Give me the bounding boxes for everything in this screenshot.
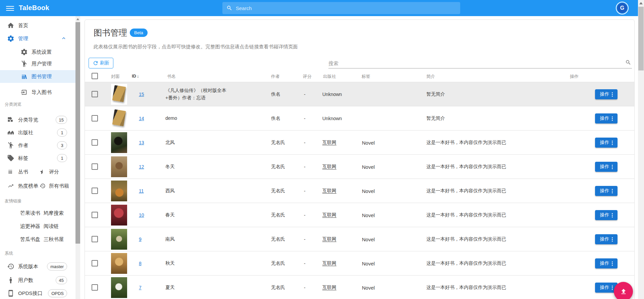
book-cover-thumbnail[interactable]: [111, 132, 127, 153]
friend-link[interactable]: 追更神器: [20, 223, 40, 230]
book-tag[interactable]: Novel: [362, 203, 375, 227]
window-scrollbar[interactable]: [638, 0, 644, 299]
book-author[interactable]: 无名氏: [271, 251, 285, 276]
friend-link[interactable]: 芒果读书: [20, 210, 40, 216]
select-all-checkbox[interactable]: [92, 73, 98, 79]
trending-up-icon[interactable]: [7, 182, 15, 190]
col-header-rating[interactable]: 评分: [303, 73, 312, 80]
search-icon[interactable]: [625, 59, 631, 67]
book-rating[interactable]: -: [304, 203, 306, 227]
book-id-link[interactable]: 12: [139, 164, 144, 169]
book-author[interactable]: 无名氏: [271, 203, 285, 227]
book-rating[interactable]: -: [304, 179, 306, 203]
book-tag[interactable]: Novel: [362, 155, 375, 179]
book-tag[interactable]: Novel: [362, 251, 375, 276]
book-tag[interactable]: Novel: [362, 179, 375, 203]
book-rating[interactable]: -: [304, 131, 306, 155]
row-action-button[interactable]: 操作: [595, 186, 618, 196]
col-header-tags[interactable]: 标签: [362, 73, 370, 80]
book-desc[interactable]: 这是一本好书，本内容仅作为演示而已: [426, 155, 571, 179]
book-title[interactable]: 春天: [165, 203, 269, 227]
row-checkbox[interactable]: [92, 212, 98, 218]
book-desc[interactable]: 这是一本好书，本内容仅作为演示而已: [426, 203, 571, 227]
sidebar-item-user-management[interactable]: 用户管理: [0, 58, 75, 70]
book-title[interactable]: 南风: [165, 227, 269, 251]
row-action-button[interactable]: 操作: [595, 210, 618, 220]
sidebar-item-tags[interactable]: 标签 1: [0, 152, 75, 164]
book-desc[interactable]: 这是一本好书，本内容仅作为演示而已: [426, 131, 571, 155]
book-cover-thumbnail[interactable]: [111, 108, 127, 129]
book-tag[interactable]: Novel: [362, 227, 375, 251]
row-checkbox[interactable]: [92, 188, 98, 194]
book-title[interactable]: 《凡人修仙传》（校对版全本+番外）作者：忘语: [165, 82, 232, 106]
book-publisher[interactable]: 互联网: [322, 236, 336, 242]
book-author[interactable]: 佚名: [271, 106, 280, 131]
book-author[interactable]: 无名氏: [271, 227, 285, 251]
row-action-button[interactable]: 操作: [595, 113, 618, 123]
book-tag[interactable]: Novel: [362, 276, 375, 299]
book-rating[interactable]: -: [304, 276, 306, 299]
row-checkbox[interactable]: [92, 284, 98, 291]
book-desc[interactable]: 这是一本好书，本内容仅作为演示而已: [426, 251, 571, 276]
scroll-up-arrow-icon[interactable]: [76, 18, 79, 20]
row-checkbox[interactable]: [92, 139, 98, 146]
friend-link[interactable]: 三秋书屋: [44, 236, 64, 243]
book-publisher[interactable]: 互联网: [322, 140, 336, 146]
book-author[interactable]: 无名氏: [271, 131, 285, 155]
refresh-button[interactable]: 刷新: [89, 58, 113, 68]
sidebar-item-publishers[interactable]: 出版社 1: [0, 127, 75, 139]
book-desc[interactable]: 暂无简介: [426, 106, 571, 131]
col-header-id[interactable]: ID↓: [132, 73, 139, 79]
book-desc[interactable]: 这是一本好书，本内容仅作为演示而已: [426, 227, 571, 251]
friend-link[interactable]: 阅读链: [44, 223, 59, 230]
friend-link[interactable]: 苦瓜书盘: [20, 236, 40, 243]
book-cover-thumbnail[interactable]: [111, 253, 127, 274]
row-checkbox[interactable]: [92, 91, 98, 97]
book-author[interactable]: 佚名: [271, 82, 280, 106]
table-search-input[interactable]: [328, 59, 620, 67]
book-publisher[interactable]: 互联网: [322, 164, 336, 170]
col-header-desc[interactable]: 简介: [426, 73, 435, 80]
global-search-input[interactable]: [236, 5, 456, 11]
sidebar-item-categories[interactable]: 分类导览 15: [0, 114, 75, 126]
book-rating[interactable]: -: [304, 227, 306, 251]
book-id-link[interactable]: 8: [139, 261, 142, 266]
sidebar-item-import-books[interactable]: 导入图书: [0, 86, 75, 98]
book-id-link[interactable]: 13: [139, 140, 144, 145]
sidebar-item-admin[interactable]: 管理: [0, 33, 75, 45]
book-title[interactable]: 冬天: [165, 155, 269, 179]
book-cover-thumbnail[interactable]: [111, 205, 127, 226]
col-header-title[interactable]: 书名: [167, 73, 176, 80]
book-publisher[interactable]: 互联网: [322, 285, 336, 291]
book-cover-thumbnail[interactable]: [111, 156, 127, 177]
book-rating[interactable]: -: [304, 82, 306, 106]
scroll-up-arrow-icon[interactable]: [639, 2, 643, 4]
book-publisher[interactable]: 互联网: [322, 212, 336, 218]
book-id-link[interactable]: 9: [139, 237, 142, 242]
global-search-box[interactable]: [222, 2, 460, 14]
scroll-top-upload-fab[interactable]: [614, 282, 633, 299]
book-title[interactable]: 北风: [165, 131, 269, 155]
book-id-link[interactable]: 7: [139, 285, 142, 290]
scrollbar-thumb[interactable]: [638, 7, 644, 70]
row-action-button[interactable]: 操作: [595, 234, 618, 244]
book-publisher[interactable]: 互联网: [322, 188, 336, 194]
row-action-button[interactable]: 操作: [595, 138, 618, 148]
book-cover-thumbnail[interactable]: [111, 84, 127, 105]
book-publisher[interactable]: Unknown: [322, 82, 342, 106]
sidebar-item-system-settings[interactable]: 系统设置: [0, 46, 75, 58]
row-action-button[interactable]: 操作: [595, 89, 618, 99]
book-publisher[interactable]: 互联网: [322, 260, 336, 266]
book-cover-thumbnail[interactable]: [111, 277, 127, 298]
sidebar-item-user-count[interactable]: 用户数 45: [0, 274, 75, 286]
book-title[interactable]: 西风: [165, 179, 269, 203]
star-half-icon[interactable]: [40, 168, 47, 176]
friend-link[interactable]: 鸠摩搜索: [44, 210, 64, 216]
table-search-field[interactable]: [328, 59, 632, 68]
book-id-link[interactable]: 14: [139, 116, 144, 121]
book-desc[interactable]: 这是一本好书，本内容仅作为演示而已: [426, 276, 571, 299]
menu-hamburger-icon[interactable]: [6, 5, 14, 11]
book-title[interactable]: 秋天: [165, 251, 269, 276]
row-checkbox[interactable]: [92, 163, 98, 170]
row-action-button[interactable]: 操作: [595, 162, 618, 172]
